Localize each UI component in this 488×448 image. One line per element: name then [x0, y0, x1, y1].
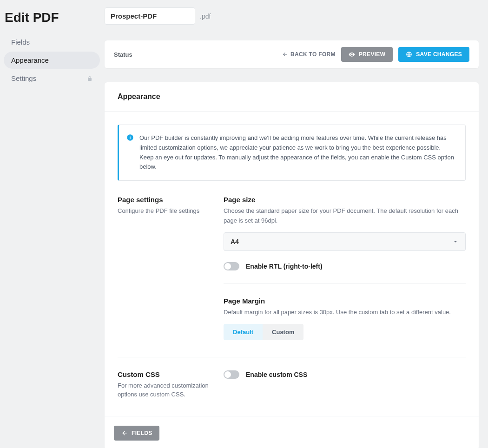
main-content: .pdf Status BACK TO FORM PREVIEW SA	[105, 0, 488, 448]
custom-css-toggle-row: Enable custom CSS	[224, 370, 466, 379]
preview-button[interactable]: PREVIEW	[341, 47, 393, 62]
globe-icon	[406, 51, 412, 58]
preview-label: PREVIEW	[359, 51, 385, 58]
rtl-toggle-row: Enable RTL (right-to-left)	[224, 262, 466, 270]
back-to-form-link[interactable]: BACK TO FORM	[282, 51, 336, 58]
page-size-desc: Choose the standard paper size for your …	[224, 206, 466, 226]
back-label: BACK TO FORM	[290, 51, 336, 58]
status-bar: Status BACK TO FORM PREVIEW SAVE CHANGES	[105, 40, 479, 68]
sidebar-item-label: Appearance	[11, 56, 49, 64]
toggle-knob	[224, 263, 231, 270]
toggle-knob	[224, 371, 231, 378]
rtl-toggle[interactable]	[224, 262, 239, 270]
section-title: Appearance	[118, 92, 466, 101]
info-banner: Our PDF builder is constantly improving …	[118, 125, 466, 181]
custom-css-toggle-label: Enable custom CSS	[246, 371, 307, 378]
custom-css-desc: For more advanced customization options …	[118, 381, 211, 399]
page-size-title: Page size	[224, 196, 466, 204]
chevron-down-icon	[452, 238, 459, 245]
svg-point-2	[130, 136, 131, 137]
sidebar: Edit PDF Fields Appearance Settings	[0, 0, 105, 448]
status-card: Status BACK TO FORM PREVIEW SAVE CHANGES	[105, 40, 479, 68]
filename-input[interactable]	[105, 7, 195, 25]
status-label: Status	[114, 51, 132, 58]
fields-button-label: FIELDS	[132, 430, 152, 436]
filename-ext: .pdf	[200, 13, 211, 20]
arrow-left-icon	[121, 430, 128, 436]
sidebar-item-label: Fields	[11, 38, 30, 46]
sidebar-item-label: Settings	[11, 74, 36, 82]
tab-custom[interactable]: Custom	[263, 324, 303, 340]
section-divider	[118, 357, 466, 357]
tab-label: Custom	[272, 329, 294, 336]
sidebar-item-appearance[interactable]: Appearance	[4, 52, 100, 69]
section-header: Appearance	[105, 82, 479, 112]
appearance-card: Appearance Our PDF builder is constantly…	[105, 82, 479, 448]
arrow-left-icon	[282, 52, 288, 57]
margin-tab-group: Default Custom	[224, 324, 303, 340]
page-settings-desc: Configure the PDF file settings	[118, 206, 211, 216]
tab-label: Default	[233, 329, 253, 336]
status-actions: BACK TO FORM PREVIEW SAVE CHANGES	[282, 47, 469, 62]
sidebar-item-settings[interactable]: Settings	[4, 70, 100, 87]
page-settings-row: Page settings Configure the PDF file set…	[118, 196, 466, 353]
filename-row: .pdf	[105, 5, 479, 25]
rtl-toggle-label: Enable RTL (right-to-left)	[246, 263, 323, 270]
info-banner-text: Our PDF builder is constantly improving …	[139, 133, 456, 172]
page-margin-title: Page Margin	[224, 297, 466, 305]
divider	[224, 283, 466, 284]
page-margin-desc: Default margin for all paper sizes is 30…	[224, 308, 466, 317]
tab-default[interactable]: Default	[224, 324, 263, 340]
footer-bar: FIELDS	[105, 416, 479, 448]
page-size-select[interactable]: A4	[224, 232, 466, 251]
info-icon	[126, 134, 134, 141]
page-size-value: A4	[231, 238, 239, 245]
lock-icon	[87, 75, 92, 82]
eye-icon	[349, 51, 355, 58]
svg-rect-1	[130, 137, 130, 139]
page-settings-title: Page settings	[118, 196, 211, 204]
custom-css-title: Custom CSS	[118, 370, 211, 378]
save-label: SAVE CHANGES	[416, 51, 462, 58]
sidebar-item-fields[interactable]: Fields	[4, 33, 100, 51]
save-changes-button[interactable]: SAVE CHANGES	[398, 47, 469, 62]
fields-button[interactable]: FIELDS	[114, 426, 159, 441]
custom-css-row: Custom CSS For more advanced customizati…	[118, 370, 466, 403]
page-title: Edit PDF	[4, 5, 100, 33]
custom-css-toggle[interactable]	[224, 370, 239, 379]
